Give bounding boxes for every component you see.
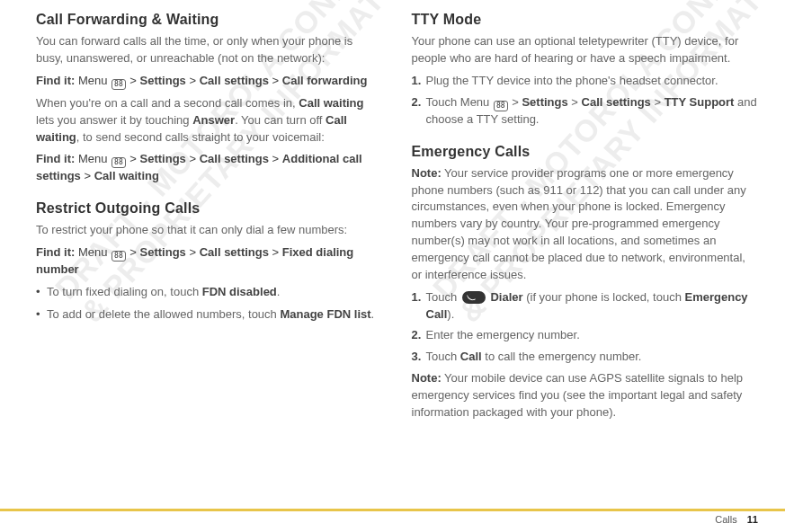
heading-tty: TTY Mode xyxy=(412,9,759,30)
footer-page-number: 11 xyxy=(747,514,758,525)
page-footer: Calls 11 xyxy=(0,509,785,532)
emergency-note2: Note: Your mobile device can use AGPS sa… xyxy=(412,370,759,421)
cf-waiting-desc: When you're on a call and a second call … xyxy=(36,95,383,146)
left-column: Call Forwarding & Waiting You can forwar… xyxy=(36,9,383,503)
phone-icon xyxy=(462,291,486,304)
emergency-note: Note: Your service provider programs one… xyxy=(412,165,759,284)
bullet-fdn-disabled: To turn fixed dialing on, touch FDN disa… xyxy=(36,284,383,301)
section-emergency: Emergency Calls Note: Your service provi… xyxy=(412,141,759,421)
emergency-step-2: 2.Enter the emergency number. xyxy=(412,327,759,344)
section-tty: TTY Mode Your phone can use an optional … xyxy=(412,9,759,129)
menu-icon: 88 xyxy=(112,157,126,168)
heading-call-forwarding: Call Forwarding & Waiting xyxy=(36,9,383,30)
footer-section: Calls xyxy=(715,514,736,525)
cf-intro: You can forward calls all the time, or o… xyxy=(36,33,383,67)
emergency-step-1: 1.Touch Dialer (if your phone is locked,… xyxy=(412,289,759,324)
bullet-manage-fdn: To add or delete the allowed numbers, to… xyxy=(36,306,383,324)
section-call-forwarding: Call Forwarding & Waiting You can forwar… xyxy=(36,9,383,185)
tty-intro: Your phone can use an optional teletypew… xyxy=(412,33,759,67)
findit-call-waiting: Find it: Menu 88 > Settings > Call setti… xyxy=(36,151,383,185)
tty-steps: 1.Plug the TTY device into the phone's h… xyxy=(412,73,759,129)
heading-emergency: Emergency Calls xyxy=(412,141,759,162)
page-content: Call Forwarding & Waiting You can forwar… xyxy=(0,0,785,503)
menu-icon: 88 xyxy=(112,251,126,262)
fdn-bullets: To turn fixed dialing on, touch FDN disa… xyxy=(36,284,383,324)
findit-fdn: Find it: Menu 88 > Settings > Call setti… xyxy=(36,244,383,279)
findit-call-forwarding: Find it: Menu 88 > Settings > Call setti… xyxy=(36,73,383,90)
emergency-step-3: 3.Touch Call to call the emergency numbe… xyxy=(412,349,759,366)
section-restrict-outgoing: Restrict Outgoing Calls To restrict your… xyxy=(36,198,383,324)
tty-step-2: 2.Touch Menu 88 > Settings > Call settin… xyxy=(412,94,759,129)
tty-step-1: 1.Plug the TTY device into the phone's h… xyxy=(412,73,759,90)
menu-icon: 88 xyxy=(112,79,126,90)
right-column: TTY Mode Your phone can use an optional … xyxy=(412,9,759,503)
heading-restrict-outgoing: Restrict Outgoing Calls xyxy=(36,198,383,218)
menu-icon: 88 xyxy=(494,101,508,111)
emergency-steps: 1.Touch Dialer (if your phone is locked,… xyxy=(412,289,759,366)
restrict-intro: To restrict your phone so that it can on… xyxy=(36,222,383,239)
